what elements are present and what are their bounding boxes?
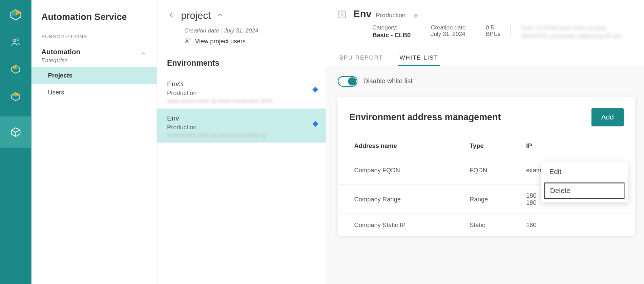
nav-item-projects[interactable]: Projects bbox=[32, 67, 157, 84]
card-title: Environment address management bbox=[349, 112, 501, 123]
section-label: SUBSCRIPTIONS bbox=[32, 34, 157, 45]
env-name: Env3 bbox=[167, 80, 316, 88]
sidebar: Automation Service SUBSCRIPTIONS Automat… bbox=[32, 0, 157, 284]
cell-type: FQDN bbox=[461, 155, 518, 184]
toggle-label: Disable white list bbox=[363, 78, 412, 85]
environment-item-env3[interactable]: Env3 Production lorem ipsum dolor sit am… bbox=[157, 74, 326, 109]
svg-point-4 bbox=[13, 39, 16, 42]
bpu-label: BPUs bbox=[486, 30, 501, 37]
project-title: project bbox=[181, 10, 211, 21]
chevron-up-icon[interactable] bbox=[216, 12, 223, 20]
cell-type: Static bbox=[461, 214, 518, 236]
category-label: Category: bbox=[372, 24, 411, 31]
cell-name: Company Range bbox=[338, 184, 461, 214]
svg-point-5 bbox=[17, 39, 19, 41]
chevron-up-icon[interactable] bbox=[140, 50, 147, 59]
add-button[interactable]: Add bbox=[591, 108, 624, 127]
nav-item-users[interactable]: Users bbox=[32, 84, 157, 101]
svg-marker-1 bbox=[16, 10, 21, 16]
svg-point-14 bbox=[189, 39, 190, 40]
env-badge: Production bbox=[376, 12, 406, 19]
cell-type: Range bbox=[461, 184, 518, 214]
svg-line-10 bbox=[16, 130, 20, 132]
cube-rail-icon-1[interactable] bbox=[8, 62, 23, 77]
tab-white-list[interactable]: WHITE LIST bbox=[398, 50, 440, 66]
cell-ip: 180 bbox=[518, 214, 605, 236]
users-rail-icon[interactable] bbox=[8, 35, 23, 49]
creation-date-value: July 31, 2024 bbox=[431, 30, 466, 37]
disable-whitelist-toggle[interactable] bbox=[338, 76, 358, 87]
main-panel: Env Production Category: Basic - CLB0 Cr… bbox=[326, 0, 644, 284]
creation-date-label: Creation date bbox=[431, 24, 466, 31]
env-tag: Production bbox=[167, 89, 316, 96]
project-panel: project Creation date : July 31, 2024 Vi… bbox=[157, 0, 326, 284]
env-title: Env bbox=[353, 8, 372, 19]
diamond-icon bbox=[413, 13, 418, 18]
cube-rail-icon-2[interactable] bbox=[8, 89, 23, 104]
environment-item-env[interactable]: Env Production lorem ipsum dolor sit ame… bbox=[157, 109, 326, 143]
tab-bpu-report[interactable]: BPU REPORT bbox=[338, 50, 385, 66]
view-project-users-link[interactable]: View project users bbox=[195, 37, 246, 44]
col-ip: IP bbox=[518, 136, 605, 155]
env-tag: Production bbox=[167, 124, 316, 131]
nav-rail: YC bbox=[0, 0, 32, 284]
subscription-item[interactable]: Automation Enterprise bbox=[32, 45, 157, 67]
blur-text: lorem 12.34.56 ipsum dolor sit amet 2024… bbox=[521, 24, 628, 40]
logo-icon[interactable] bbox=[8, 7, 23, 22]
svg-line-9 bbox=[12, 130, 16, 132]
environments-heading: Environments bbox=[157, 52, 326, 74]
col-address-name: Address name bbox=[338, 136, 461, 155]
cube-rail-icon-active[interactable] bbox=[0, 116, 32, 148]
users-icon bbox=[184, 37, 192, 45]
svg-rect-15 bbox=[339, 11, 346, 18]
env-blur-text: lorem ipsum dolor sit amet consectetur 0… bbox=[167, 132, 316, 138]
collapse-icon[interactable] bbox=[338, 10, 347, 21]
menu-item-delete[interactable]: Delete bbox=[544, 182, 625, 199]
row-context-menu: Edit Delete bbox=[541, 162, 628, 202]
bpu-value: 0.5 bbox=[486, 24, 501, 31]
address-management-card: Environment address management Add Addre… bbox=[338, 96, 635, 236]
back-arrow-icon[interactable] bbox=[167, 11, 175, 21]
svg-point-13 bbox=[186, 39, 188, 40]
cell-name: Company FQDN bbox=[338, 155, 461, 184]
env-name: Env bbox=[167, 114, 316, 123]
cell-name: Company Static IP bbox=[338, 214, 461, 236]
env-blur-text: lorem ipsum dolor sit amet consectetur 2… bbox=[167, 98, 316, 104]
category-value: Basic - CLB0 bbox=[372, 31, 411, 39]
menu-item-edit[interactable]: Edit bbox=[541, 162, 628, 182]
sidebar-title: Automation Service bbox=[32, 12, 157, 34]
table-row: Company Static IP Static 180 bbox=[338, 214, 635, 236]
subscription-name: Automation bbox=[41, 48, 80, 56]
project-creation-date: Creation date : July 31, 2024 bbox=[184, 27, 316, 34]
col-type: Type bbox=[461, 136, 518, 155]
subscription-tier: Enterprise bbox=[41, 57, 80, 64]
